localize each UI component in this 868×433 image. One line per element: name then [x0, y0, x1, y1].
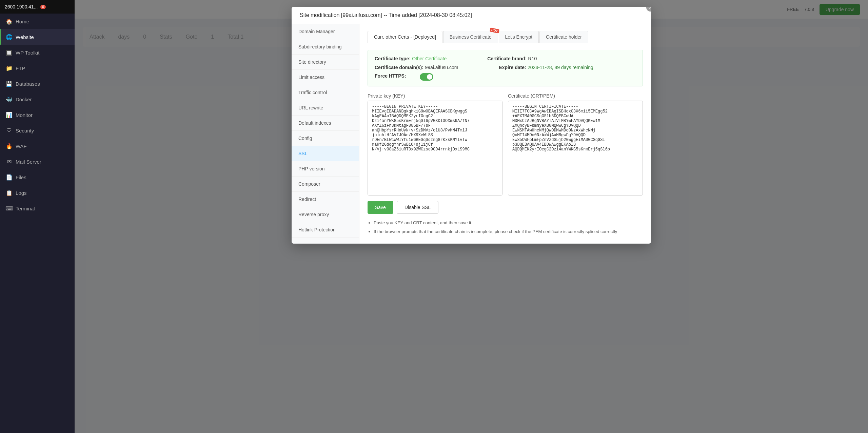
- cert-brand-value: R10: [528, 56, 537, 61]
- sidebar: 2600:1900:41... 0 🏠Home🌐Website🔲WP Toolk…: [0, 0, 75, 433]
- sidebar-ip: 2600:1900:41...: [5, 4, 38, 9]
- force-https-toggle[interactable]: [420, 73, 433, 81]
- cert-expire-label: Expire date:: [499, 65, 526, 70]
- notification-badge: 0: [40, 5, 46, 9]
- sidebar-item-label: Docker: [16, 97, 32, 102]
- logs-icon: 📋: [6, 190, 12, 196]
- cert-expire-value: 2024-11-28, 89 days remaining: [528, 65, 593, 70]
- cert-domain-field: Certificate domain(s): 99ai.aifusu.com: [375, 64, 458, 70]
- sidebar-item-label: Terminal: [16, 206, 35, 211]
- sidebar-item-wp-toolkit[interactable]: 🔲WP Toolkit: [0, 45, 75, 60]
- cert-expire-field: Expire date: 2024-11-28, 89 days remaini…: [499, 64, 593, 70]
- sidebar-item-label: Website: [16, 34, 34, 40]
- modal-header: Site modification [99ai.aifusu.com] -- T…: [292, 7, 651, 24]
- cert-info-row-2: Certificate domain(s): 99ai.aifusu.com E…: [375, 64, 636, 70]
- sidebar-item-home[interactable]: 🏠Home: [0, 14, 75, 29]
- cert-domain-value: 99ai.aifusu.com: [425, 65, 458, 70]
- sidebar-item-label: Home: [16, 19, 29, 24]
- cert-info-row-3: Force HTTPS:: [375, 73, 636, 81]
- wp-toolkit-icon: 🔲: [6, 49, 12, 56]
- hot-badge: HOT: [490, 27, 499, 33]
- note-item: Paste you KEY and CRT content, and then …: [374, 219, 643, 227]
- nav-item-subdirectory-binding[interactable]: Subdirectory binding: [292, 39, 359, 55]
- website-icon: 🌐: [6, 34, 12, 40]
- tab-business-cert[interactable]: Business CertificateHOT: [443, 31, 498, 43]
- sidebar-item-security[interactable]: 🛡Security: [0, 123, 75, 138]
- files-icon: 📄: [6, 174, 12, 180]
- cert-col: Certificate (CRT/PEM): [508, 93, 643, 195]
- cert-label: Certificate (CRT/PEM): [508, 93, 643, 99]
- active-indicator: [0, 29, 1, 45]
- main-area: FREE 7.0.8 Upgrade now Attack days 0 Sta…: [75, 0, 868, 433]
- home-icon: 🏠: [6, 18, 12, 24]
- terminal-icon: ⌨: [6, 205, 12, 211]
- sidebar-item-label: FTP: [16, 65, 25, 71]
- nav-item-url-rewrite[interactable]: URL rewrite: [292, 100, 359, 116]
- sidebar-item-logs[interactable]: 📋Logs: [0, 185, 75, 201]
- sidebar-item-monitor[interactable]: 📊Monitor: [0, 107, 75, 123]
- nav-item-composer[interactable]: Composer: [292, 177, 359, 192]
- tab-curr-certs[interactable]: Curr, other Certs - [Deployed]: [368, 31, 442, 43]
- modal-overlay: ✕ Site modification [99ai.aifusu.com] --…: [75, 0, 868, 433]
- nav-item-default-indexes[interactable]: Default indexes: [292, 116, 359, 131]
- cert-type-field: Certificate type: Other Certificate: [375, 56, 447, 62]
- sidebar-item-mail-server[interactable]: ✉Mail Server: [0, 154, 75, 169]
- cert-info-box: Certificate type: Other Certificate Cert…: [368, 50, 643, 86]
- sidebar-item-docker[interactable]: 🐳Docker: [0, 91, 75, 107]
- sidebar-item-files[interactable]: 📄Files: [0, 169, 75, 185]
- cert-domain-label: Certificate domain(s):: [375, 65, 423, 70]
- private-key-label: Private key (KEY): [368, 93, 502, 99]
- nav-item-site-directory[interactable]: Site directory: [292, 55, 359, 70]
- save-button[interactable]: Save: [368, 201, 393, 214]
- nav-item-redirect[interactable]: Redirect: [292, 192, 359, 207]
- databases-icon: 💾: [6, 81, 12, 87]
- nav-item-ssl[interactable]: SSL: [292, 146, 359, 161]
- tab-lets-encrypt[interactable]: Let's Encrypt: [499, 31, 539, 43]
- sidebar-item-databases[interactable]: 💾Databases: [0, 76, 75, 91]
- docker-icon: 🐳: [6, 96, 12, 102]
- cert-textarea[interactable]: [508, 101, 643, 195]
- sidebar-item-label: Mail Server: [16, 159, 41, 165]
- sidebar-item-waf[interactable]: 🔥WAF: [0, 138, 75, 154]
- sidebar-item-label: Logs: [16, 190, 27, 196]
- sidebar-item-label: Security: [16, 128, 34, 133]
- sidebar-item-website[interactable]: 🌐Website: [0, 29, 75, 45]
- toggle-track[interactable]: [420, 73, 433, 81]
- modal-right-content: Curr, other Certs - [Deployed]Business C…: [359, 24, 651, 244]
- private-key-col: Private key (KEY): [368, 93, 502, 195]
- action-buttons: Save Disable SSL: [368, 201, 643, 214]
- sidebar-item-label: Databases: [16, 81, 40, 87]
- nav-item-hotlink-protection[interactable]: Hotlink Protection: [292, 222, 359, 238]
- nav-item-limit-access[interactable]: Limit access: [292, 70, 359, 85]
- sidebar-item-label: WP Toolkit: [16, 50, 39, 56]
- private-key-textarea[interactable]: [368, 101, 502, 195]
- nav-item-config[interactable]: Config: [292, 131, 359, 146]
- sidebar-item-label: Monitor: [16, 112, 33, 118]
- nav-item-reverse-proxy[interactable]: Reverse proxy: [292, 207, 359, 222]
- modal-title: Site modification [99ai.aifusu.com] -- T…: [300, 12, 472, 18]
- sidebar-item-label: Files: [16, 174, 26, 180]
- tab-cert-holder[interactable]: Certificate holder: [539, 31, 588, 43]
- note-item: If the browser prompts that the certific…: [374, 228, 643, 235]
- mail-server-icon: ✉: [6, 159, 12, 165]
- modal-nav: Domain ManagerSubdirectory bindingSite d…: [292, 24, 359, 244]
- sidebar-header: 2600:1900:41... 0: [0, 0, 75, 14]
- nav-item-php-version[interactable]: PHP version: [292, 161, 359, 177]
- key-cert-textarea-row: Private key (KEY) Certificate (CRT/PEM): [368, 93, 643, 195]
- sidebar-item-label: WAF: [16, 143, 27, 149]
- monitor-icon: 📊: [6, 112, 12, 118]
- cert-info-row-1: Certificate type: Other Certificate Cert…: [375, 56, 636, 62]
- cert-type-value: Other Certificate: [412, 56, 447, 61]
- ssl-tabs: Curr, other Certs - [Deployed]Business C…: [368, 31, 643, 43]
- cert-brand-field: Certificate brand: R10: [487, 56, 537, 62]
- cert-type-label: Certificate type:: [375, 56, 411, 61]
- nav-item-traffic-control[interactable]: Traffic control: [292, 85, 359, 100]
- force-https-label: Force HTTPS:: [375, 73, 406, 81]
- sidebar-item-ftp[interactable]: 📁FTP: [0, 60, 75, 76]
- disable-ssl-button[interactable]: Disable SSL: [397, 201, 438, 214]
- sidebar-item-terminal[interactable]: ⌨Terminal: [0, 201, 75, 216]
- modal: ✕ Site modification [99ai.aifusu.com] --…: [292, 7, 651, 244]
- nav-item-domain-manager[interactable]: Domain Manager: [292, 24, 359, 39]
- ftp-icon: 📁: [6, 65, 12, 71]
- cert-brand-label: Certificate brand:: [487, 56, 527, 61]
